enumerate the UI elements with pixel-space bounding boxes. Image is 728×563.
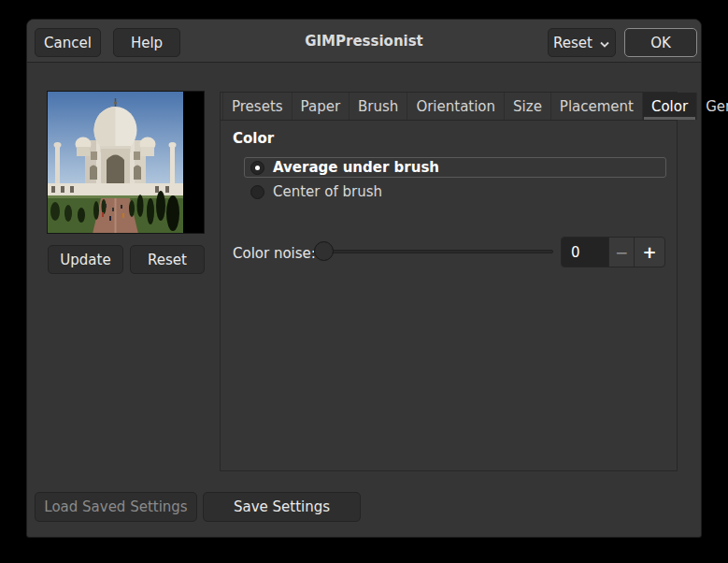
preview-image <box>47 91 205 234</box>
tab-size[interactable]: Size <box>505 93 551 120</box>
radio-button-icon[interactable] <box>250 161 264 175</box>
radio-label: Average under brush <box>273 159 439 176</box>
decrement-button[interactable]: − <box>608 238 634 267</box>
taj-mahal-photo <box>48 92 183 234</box>
save-settings-button[interactable]: Save Settings <box>203 492 361 522</box>
color-noise-value-input[interactable]: 0 <box>562 238 608 267</box>
tab-color[interactable]: Color <box>643 93 697 120</box>
radio-center-of-brush[interactable]: Center of brush <box>244 181 666 202</box>
load-saved-settings-button[interactable]: Load Saved Settings <box>35 492 197 522</box>
tab-paper[interactable]: Paper <box>293 93 350 120</box>
titlebar[interactable]: Cancel Help GIMPressionist Reset OK <box>27 20 701 63</box>
update-button[interactable]: Update <box>48 245 123 274</box>
settings-notebook: Presets Paper Brush Orientation Size Pla… <box>220 92 678 471</box>
color-noise-label: Color noise: <box>233 245 316 262</box>
radio-label: Center of brush <box>273 183 382 200</box>
tab-bar: Presets Paper Brush Orientation Size Pla… <box>221 93 677 121</box>
radio-average-under-brush[interactable]: Average under brush <box>244 157 666 178</box>
cancel-button[interactable]: Cancel <box>35 28 101 57</box>
dialog-title: GIMPressionist <box>186 20 542 63</box>
slider-track[interactable] <box>314 250 553 253</box>
reset-dropdown-button[interactable]: Reset <box>548 28 616 57</box>
slider-handle[interactable] <box>314 241 334 261</box>
color-section-heading: Color <box>233 130 274 147</box>
tab-placement[interactable]: Placement <box>551 93 643 120</box>
color-noise-spinbox: 0 − + <box>561 237 665 267</box>
gimpressionist-dialog: Cancel Help GIMPressionist Reset OK <box>26 19 702 538</box>
tab-brush[interactable]: Brush <box>350 93 407 120</box>
reset-dropdown-label: Reset <box>553 35 592 51</box>
radio-button-icon[interactable] <box>250 185 264 199</box>
color-tab-panel: Color Average under brush Center of brus… <box>221 121 677 470</box>
tab-presets[interactable]: Presets <box>222 93 293 120</box>
preview-reset-button[interactable]: Reset <box>130 245 205 274</box>
color-noise-slider[interactable] <box>314 241 553 262</box>
help-button[interactable]: Help <box>113 28 180 57</box>
tab-orientation[interactable]: Orientation <box>407 93 505 120</box>
chevron-down-icon <box>599 36 610 52</box>
tab-general[interactable]: General <box>697 93 728 120</box>
increment-button[interactable]: + <box>634 238 664 267</box>
ok-button[interactable]: OK <box>624 28 697 57</box>
